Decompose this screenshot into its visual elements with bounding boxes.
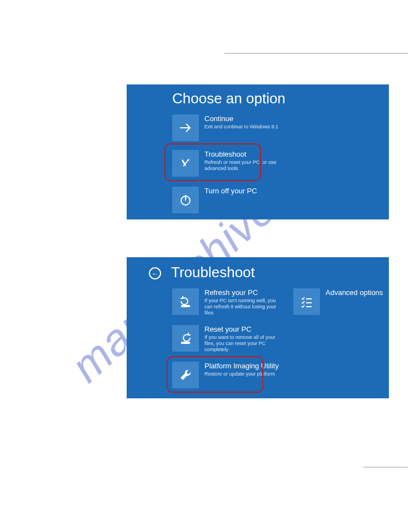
svg-rect-6 bbox=[181, 342, 190, 344]
footer-rule bbox=[363, 467, 408, 468]
tile-refresh-pc[interactable]: Refresh your PC If your PC isn't running… bbox=[172, 288, 282, 316]
arrow-left-icon: ← bbox=[152, 269, 159, 278]
panel-heading: Troubleshoot bbox=[171, 264, 255, 281]
highlight-platform-imaging bbox=[167, 356, 263, 393]
svg-rect-2 bbox=[181, 305, 190, 307]
tile-desc: Exit and continue to Windows 8.1 bbox=[204, 124, 278, 130]
tile-reset-pc[interactable]: Reset your PC If you want to remove all … bbox=[172, 325, 282, 352]
list-check-icon bbox=[293, 288, 320, 315]
power-icon bbox=[172, 187, 199, 213]
choose-option-panel: Choose an option Continue Exit and conti… bbox=[127, 84, 389, 219]
tile-desc: If you want to remove all of your files,… bbox=[204, 334, 282, 352]
tile-title: Continue bbox=[204, 114, 278, 123]
tile-title: Reset your PC bbox=[204, 325, 282, 333]
tile-title: Turn off your PC bbox=[204, 187, 257, 195]
back-button[interactable]: ← bbox=[149, 267, 161, 279]
tile-continue[interactable]: Continue Exit and continue to Windows 8.… bbox=[172, 114, 278, 141]
reset-icon bbox=[172, 325, 199, 352]
tile-advanced-options[interactable]: Advanced options bbox=[293, 288, 383, 315]
troubleshoot-panel: ← Troubleshoot Refresh your PC If your P… bbox=[127, 257, 389, 398]
refresh-icon bbox=[172, 288, 199, 315]
panel-heading: Choose an option bbox=[172, 90, 286, 107]
highlight-troubleshoot bbox=[164, 143, 261, 181]
arrow-right-icon bbox=[172, 114, 199, 141]
tile-desc: If your PC isn't running well, you can r… bbox=[204, 298, 282, 316]
tile-title: Refresh your PC bbox=[204, 288, 282, 297]
header-rule bbox=[224, 53, 408, 54]
tile-turn-off[interactable]: Turn off your PC bbox=[172, 187, 257, 213]
tile-title: Advanced options bbox=[326, 288, 383, 297]
